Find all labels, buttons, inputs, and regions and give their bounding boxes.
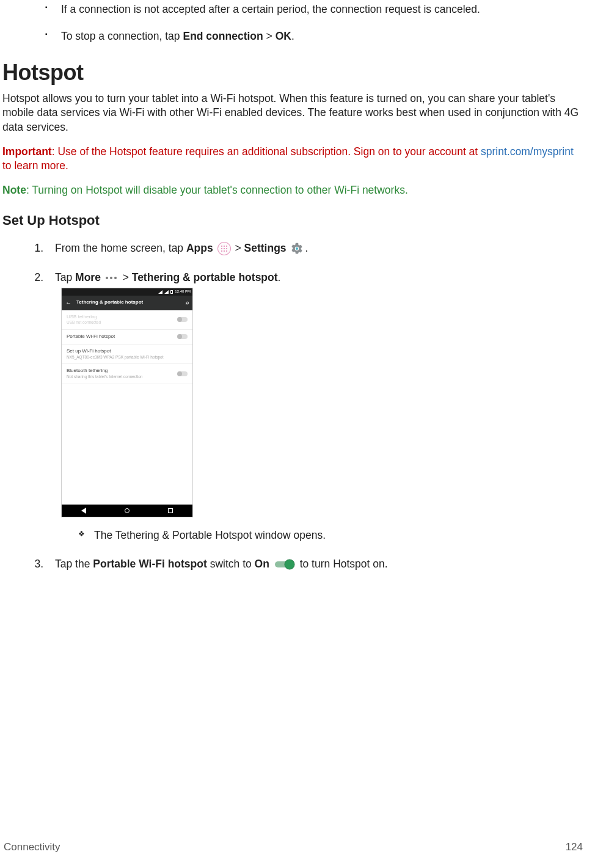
battery-icon: [170, 290, 173, 294]
search-icon[interactable]: ⌕: [186, 299, 189, 306]
apps-icon: [217, 242, 231, 255]
hotspot-heading: Hotspot: [2, 58, 584, 88]
important-text: : Use of the Hotspot feature requires an…: [52, 145, 481, 158]
more-icon: [105, 275, 119, 281]
page-footer: Connectivity 124: [4, 841, 583, 855]
bullet-item: If a connection is not accepted after a …: [61, 2, 584, 17]
bullet-text: .: [291, 30, 294, 42]
bullet-text: If a connection is not accepted after a …: [61, 3, 480, 15]
steps-list: From the home screen, tap Apps > Setting…: [2, 241, 584, 572]
bluetooth-tethering-row[interactable]: Bluetooth tethering Not sharing this tab…: [62, 364, 192, 384]
separator: >: [235, 242, 244, 254]
step-text: to turn Hotspot on.: [300, 558, 388, 570]
note-label: Note: [2, 184, 26, 196]
important-text: to learn more.: [2, 159, 68, 172]
status-time: 12:40 PM: [175, 289, 191, 294]
apps-label: Apps: [186, 242, 213, 254]
important-label: Important: [2, 145, 52, 158]
step-3: Tap the Portable Wi-Fi hotspot switch to…: [46, 557, 584, 572]
portable-wifi-label: Portable Wi-Fi hotspot: [93, 558, 207, 570]
end-connection-label: End connection: [183, 30, 263, 42]
tethering-screenshot: 12:40 PM ← Tethering & portable hotspot …: [61, 288, 193, 517]
back-nav-icon[interactable]: [81, 508, 86, 514]
row-title: Set up Wi-Fi hotspot: [67, 348, 188, 355]
svg-point-0: [296, 247, 298, 250]
row-subtitle: NX5_AQT80-ec36f3 WPA2 PSK portable Wi-Fi…: [67, 355, 188, 360]
signal-icon: [158, 290, 162, 294]
toggle-off-icon[interactable]: [178, 317, 188, 322]
toggle-on-icon: [274, 558, 296, 571]
svg-point-2: [285, 560, 294, 569]
separator: >: [123, 271, 132, 283]
note-text: : Turning on Hotspot will disable your t…: [26, 184, 408, 196]
intro-bullets: If a connection is not accepted after a …: [2, 2, 584, 43]
step-text: .: [278, 271, 281, 283]
step-text: switch to: [207, 558, 255, 570]
back-icon[interactable]: ←: [65, 299, 71, 307]
toggle-off-icon[interactable]: [178, 334, 188, 339]
intro-paragraph: Hotspot allows you to turn your tablet i…: [2, 92, 584, 135]
separator: >: [263, 30, 276, 42]
nav-bar: [62, 505, 192, 517]
row-title: Portable Wi-Fi hotspot: [67, 334, 188, 340]
ok-label: OK: [276, 30, 291, 42]
step-text: .: [305, 242, 308, 254]
settings-label: Settings: [244, 242, 287, 254]
title-bar: ← Tethering & portable hotspot ⌕: [62, 296, 192, 310]
usb-tethering-row: USB tethering USB not connected: [62, 310, 192, 330]
step-text: Tap: [55, 271, 75, 283]
on-label: On: [255, 558, 269, 570]
substep-item: The Tethering & Portable Hotspot window …: [81, 528, 584, 543]
more-label: More: [75, 271, 101, 283]
tethering-label: Tethering & portable hotspot: [132, 271, 278, 283]
setup-hotspot-row[interactable]: Set up Wi-Fi hotspot NX5_AQT80-ec36f3 WP…: [62, 345, 192, 365]
note-paragraph: Note: Turning on Hotspot will disable yo…: [2, 183, 584, 198]
footer-page-number: 124: [566, 841, 583, 855]
gear-icon: [290, 242, 304, 255]
substep-text: The Tethering & Portable Hotspot window …: [94, 529, 326, 541]
row-title: USB tethering: [67, 314, 188, 321]
setup-hotspot-subhead: Set Up Hotspot: [2, 211, 584, 230]
substep-list: The Tethering & Portable Hotspot window …: [55, 528, 584, 543]
step-text: From the home screen, tap: [55, 242, 186, 254]
signal-icon: [164, 290, 169, 294]
home-nav-icon[interactable]: [125, 508, 130, 513]
row-subtitle: USB not connected: [67, 320, 188, 326]
step-text: Tap the: [55, 558, 93, 570]
row-subtitle: Not sharing this tablet's Internet conne…: [67, 374, 188, 380]
recents-nav-icon[interactable]: [168, 508, 173, 513]
bullet-text: To stop a connection, tap: [61, 30, 183, 42]
status-bar: 12:40 PM: [62, 288, 192, 296]
portable-hotspot-row[interactable]: Portable Wi-Fi hotspot: [62, 330, 192, 345]
step-2: Tap More > Tethering & portable hotspot.…: [46, 271, 584, 542]
bullet-item: To stop a connection, tap End connection…: [61, 29, 584, 44]
sprint-link[interactable]: sprint.com/mysprint: [481, 145, 574, 158]
title-text: Tethering & portable hotspot: [76, 299, 143, 306]
step-1: From the home screen, tap Apps > Setting…: [46, 241, 584, 256]
important-paragraph: Important: Use of the Hotspot feature re…: [2, 145, 584, 173]
toggle-off-icon[interactable]: [178, 371, 188, 376]
footer-section: Connectivity: [4, 841, 60, 855]
row-title: Bluetooth tethering: [67, 368, 188, 374]
